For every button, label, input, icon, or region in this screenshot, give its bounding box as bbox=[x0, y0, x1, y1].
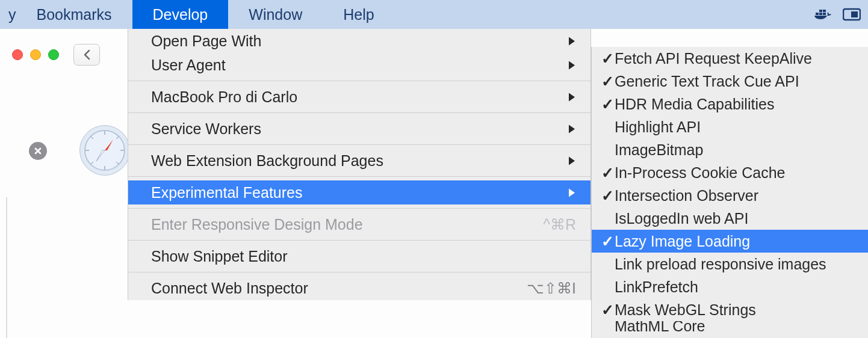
sidebar-divider bbox=[6, 197, 7, 338]
checkmark-icon: ✓ bbox=[601, 73, 615, 90]
submenu-item-linkprefetch[interactable]: LinkPrefetch bbox=[592, 275, 868, 298]
develop-menu: Open Page With User Agent MacBook Pro di… bbox=[128, 29, 591, 300]
submenu-arrow-icon bbox=[568, 57, 576, 74]
safari-compass-icon bbox=[79, 125, 130, 176]
menu-item-enter-responsive-design-mode: Enter Responsive Design Mode ^⌘R bbox=[128, 212, 591, 236]
menu-item-label: Service Workers bbox=[151, 120, 261, 138]
submenu-item-mathml-core[interactable]: MathML Core bbox=[592, 321, 868, 338]
experimental-features-submenu: ✓ Fetch API Request KeepAlive ✓ Generic … bbox=[591, 47, 868, 338]
menu-item-label: Connect Web Inspector bbox=[151, 280, 308, 297]
svg-rect-2 bbox=[823, 13, 826, 15]
submenu-item-mask-webgl-strings[interactable]: ✓ Mask WebGL Strings bbox=[592, 298, 868, 321]
docker-icon[interactable] bbox=[814, 8, 832, 21]
submenu-item-isloggedin-web-api[interactable]: IsLoggedIn web API bbox=[592, 207, 868, 230]
menu-item-open-page-with[interactable]: Open Page With bbox=[128, 29, 591, 53]
submenu-item-label: Fetch API Request KeepAlive bbox=[615, 50, 812, 67]
submenu-item-label: In-Process Cookie Cache bbox=[615, 164, 785, 182]
menu-item-device[interactable]: MacBook Pro di Carlo bbox=[128, 85, 591, 109]
menu-item-label: Web Extension Background Pages bbox=[151, 152, 383, 170]
submenu-item-label: IsLoggedIn web API bbox=[615, 210, 748, 227]
menu-item-shortcut: ⌥⇧⌘I bbox=[527, 280, 576, 297]
menu-item-web-extension-bg-pages[interactable]: Web Extension Background Pages bbox=[128, 149, 591, 173]
submenu-item-label: Link preload responsive images bbox=[615, 256, 826, 273]
menu-item-label: Show Snippet Editor bbox=[151, 248, 288, 265]
submenu-item-lazy-image-loading[interactable]: ✓ Lazy Image Loading bbox=[592, 230, 868, 253]
checkmark-icon: ✓ bbox=[601, 50, 615, 67]
submenu-arrow-icon bbox=[568, 184, 576, 201]
menu-separator bbox=[128, 176, 591, 177]
submenu-item-label: HDR Media Capabilities bbox=[615, 96, 774, 113]
window-close-button[interactable] bbox=[12, 49, 23, 60]
menubar-status-icons bbox=[814, 8, 861, 21]
back-button[interactable] bbox=[73, 44, 100, 66]
submenu-item-label: Mask WebGL Strings bbox=[615, 301, 756, 319]
close-start-page-icon[interactable] bbox=[29, 142, 47, 160]
display-layout-icon[interactable] bbox=[843, 8, 861, 21]
svg-rect-0 bbox=[816, 13, 819, 15]
menu-item-label: Open Page With bbox=[151, 32, 261, 50]
menu-item-shortcut: ^⌘R bbox=[543, 216, 576, 233]
submenu-item-label: MathML Core bbox=[615, 321, 705, 335]
submenu-item-label: LinkPrefetch bbox=[615, 278, 698, 296]
submenu-item-intersection-observer[interactable]: ✓ Intersection Observer bbox=[592, 184, 868, 207]
submenu-item-highlight-api[interactable]: Highlight API bbox=[592, 115, 868, 138]
checkmark-icon: ✓ bbox=[601, 164, 615, 182]
menubar-item-partial[interactable]: y bbox=[0, 0, 16, 29]
submenu-item-label: Lazy Image Loading bbox=[615, 233, 750, 250]
svg-rect-4 bbox=[823, 10, 826, 12]
checkmark-icon: ✓ bbox=[601, 233, 615, 250]
menu-item-service-workers[interactable]: Service Workers bbox=[128, 117, 591, 141]
menu-separator bbox=[128, 208, 591, 209]
submenu-item-hdr-media-capabilities[interactable]: ✓ HDR Media Capabilities bbox=[592, 93, 868, 115]
menu-item-label: User Agent bbox=[151, 57, 226, 74]
submenu-arrow-icon bbox=[568, 32, 576, 50]
submenu-arrow-icon bbox=[568, 120, 576, 138]
menubar-item-help[interactable]: Help bbox=[323, 0, 394, 29]
submenu-arrow-icon bbox=[568, 152, 576, 170]
menu-separator bbox=[128, 240, 591, 241]
submenu-item-link-preload-responsive-images[interactable]: Link preload responsive images bbox=[592, 253, 868, 275]
window-minimize-button[interactable] bbox=[30, 49, 41, 60]
menu-item-label: Experimental Features bbox=[151, 184, 303, 201]
submenu-item-label: Highlight API bbox=[615, 118, 701, 136]
submenu-arrow-icon bbox=[568, 88, 576, 106]
checkmark-icon: ✓ bbox=[601, 301, 615, 319]
svg-rect-1 bbox=[819, 13, 822, 15]
submenu-item-generic-text-track-cue-api[interactable]: ✓ Generic Text Track Cue API bbox=[592, 70, 868, 93]
menu-item-user-agent[interactable]: User Agent bbox=[128, 53, 591, 77]
window-maximize-button[interactable] bbox=[48, 49, 59, 60]
svg-rect-3 bbox=[819, 10, 822, 12]
menu-separator bbox=[128, 112, 591, 113]
traffic-lights bbox=[12, 49, 59, 60]
submenu-item-label: Intersection Observer bbox=[615, 187, 758, 204]
menu-item-label: MacBook Pro di Carlo bbox=[151, 88, 297, 106]
menu-separator bbox=[128, 81, 591, 81]
submenu-item-label: Generic Text Track Cue API bbox=[615, 73, 799, 90]
menu-item-experimental-features[interactable]: Experimental Features bbox=[128, 180, 591, 204]
menubar-item-window[interactable]: Window bbox=[228, 0, 323, 29]
menu-item-connect-web-inspector[interactable]: Connect Web Inspector ⌥⇧⌘I bbox=[128, 276, 591, 300]
menubar: y Bookmarks Develop Window Help bbox=[0, 0, 868, 29]
menu-item-label: Enter Responsive Design Mode bbox=[151, 216, 363, 233]
submenu-item-in-process-cookie-cache[interactable]: ✓ In-Process Cookie Cache bbox=[592, 161, 868, 184]
submenu-item-fetch-api-request-keepalive[interactable]: ✓ Fetch API Request KeepAlive bbox=[592, 47, 868, 70]
menu-separator bbox=[128, 272, 591, 272]
menubar-item-bookmarks[interactable]: Bookmarks bbox=[16, 0, 132, 29]
submenu-item-label: ImageBitmap bbox=[615, 141, 703, 159]
svg-rect-6 bbox=[851, 11, 858, 17]
menu-separator bbox=[128, 144, 591, 145]
checkmark-icon: ✓ bbox=[601, 96, 615, 113]
menubar-item-develop[interactable]: Develop bbox=[132, 0, 229, 29]
menu-item-show-snippet-editor[interactable]: Show Snippet Editor bbox=[128, 244, 591, 268]
submenu-item-imagebitmap[interactable]: ImageBitmap bbox=[592, 138, 868, 161]
checkmark-icon: ✓ bbox=[601, 187, 615, 204]
